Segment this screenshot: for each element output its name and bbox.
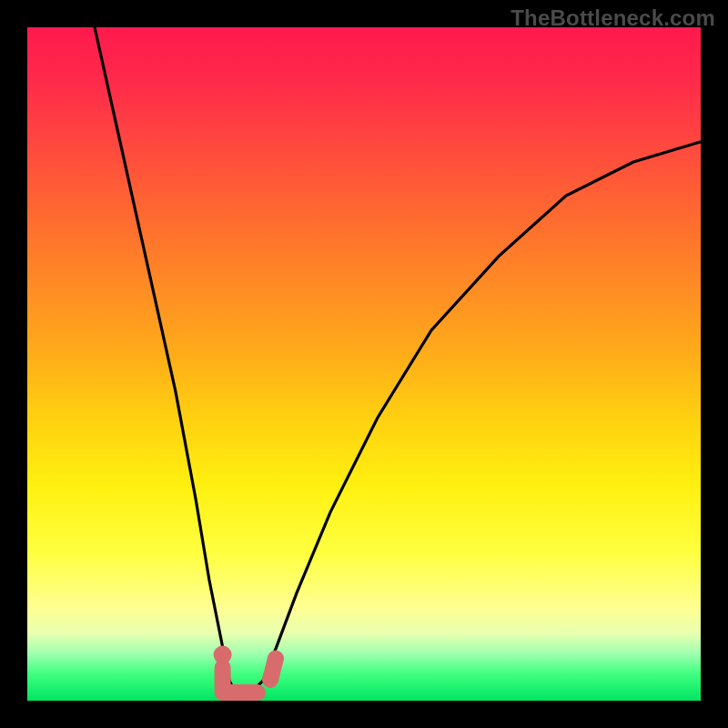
chart-svg — [27, 27, 701, 701]
highlight-marker-dot — [214, 646, 232, 664]
bottleneck-curve — [95, 27, 701, 694]
chart-frame — [27, 27, 701, 701]
highlight-marker — [223, 659, 276, 693]
